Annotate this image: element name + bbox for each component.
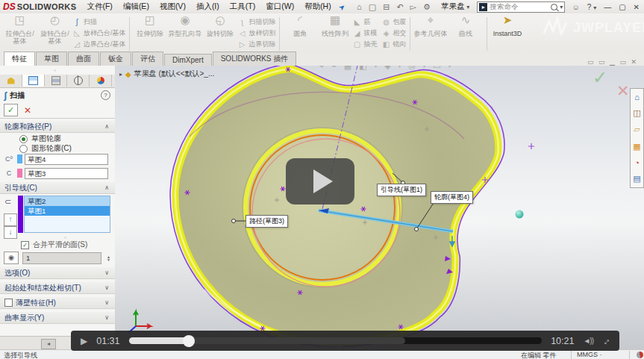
menu-insert[interactable]: 插入(I) [196, 1, 219, 12]
menu-tools[interactable]: 工具(T) [230, 1, 255, 12]
resources-home-icon[interactable]: ⌂ [634, 93, 640, 102]
path-field[interactable]: 草图3 [25, 168, 108, 179]
new-document-icon[interactable]: ▢ [369, 2, 376, 12]
ribbon-boundary-boss[interactable]: ◿边界凸台/基体 [72, 40, 126, 49]
menu-view[interactable]: 视图(V) [160, 1, 186, 12]
home-icon[interactable]: ⌂ [357, 2, 362, 12]
ribbon-extruded-cut[interactable]: ◰拉伸切除 [133, 15, 168, 53]
command-search-box[interactable]: ▸ 搜索命令 ▾ [477, 1, 565, 13]
section-count-field[interactable]: 1 [22, 252, 101, 264]
spinner-arrows[interactable]: ▲▼ [107, 255, 110, 261]
ribbon-mirror[interactable]: ◧镜向 [382, 40, 407, 49]
volume-icon[interactable]: ◄)) [583, 337, 593, 345]
fullscreen-icon[interactable]: ↔ [598, 334, 613, 349]
restore-button[interactable]: ▢ [619, 3, 625, 11]
callout-guide[interactable]: 引导线(草图1) [377, 184, 426, 196]
menu-help[interactable]: 帮助(H) [304, 1, 331, 12]
zoom-area-icon[interactable]: ⌁ [331, 66, 337, 71]
ribbon-swept-cut[interactable]: ʅ扫描切除 [238, 17, 276, 27]
manipulator-ball-icon[interactable] [516, 210, 524, 219]
ribbon-rib[interactable]: ◣筋 [353, 17, 378, 27]
undo-icon[interactable]: ↶ [396, 2, 403, 12]
move-up-button[interactable]: ↑ [4, 213, 17, 226]
seek-bar[interactable] [129, 337, 543, 344]
print-icon[interactable]: ⊟ [383, 2, 390, 12]
group-profile-and-path[interactable]: 轮廓和路径(P)∧ [0, 121, 115, 133]
help-icon[interactable]: ? [101, 90, 110, 100]
minimize-button[interactable]: — [604, 3, 611, 11]
ribbon-lofted-cut[interactable]: ◁放样切割 [238, 28, 276, 38]
options-gear-icon[interactable]: ⚙ [423, 2, 431, 12]
design-library-icon[interactable]: ◫ [633, 108, 640, 118]
tab-surfaces[interactable]: 曲面 [68, 51, 99, 66]
cancel-button[interactable]: ✕ [24, 105, 31, 116]
merge-smooth-faces-checkbox[interactable]: ✓ 合并平滑的面(S) [21, 240, 87, 250]
list-item[interactable]: 草图2 [25, 196, 110, 206]
ribbon-revolved-cut[interactable]: ◵旋转切除 [203, 15, 238, 53]
ribbon-lofted-boss[interactable]: ◺放样凸台/基体 [72, 28, 126, 38]
ribbon-reference-geometry[interactable]: ⌖参考几何体 [413, 15, 448, 53]
ribbon-hole-wizard[interactable]: ◉异型孔向导 [168, 15, 203, 53]
ribbon-intersect[interactable]: ◈相交 [382, 28, 407, 38]
menu-edit[interactable]: 编辑(E) [123, 1, 149, 12]
tab-sketch[interactable]: 草图 [36, 51, 67, 66]
section-view-icon[interactable]: ▦ [344, 66, 351, 71]
flyout-feature-tree[interactable]: ▸ ◆ 苹果盘 (默认<<默认>_... [119, 69, 214, 79]
eye-icon[interactable]: ◉ [4, 252, 19, 264]
menu-window[interactable]: 窗口(W) [266, 1, 294, 12]
tab-feature-manager[interactable] [0, 75, 22, 87]
tab-configuration-manager[interactable] [45, 75, 67, 87]
search-icon[interactable] [551, 4, 557, 10]
radio-circular-profile[interactable]: 圆形轮廓(C) [19, 144, 72, 153]
tab-property-manager[interactable] [22, 75, 45, 87]
group-guide-curves[interactable]: 引导线(C)∧ [0, 182, 115, 194]
list-item[interactable]: 草图1 [25, 206, 110, 216]
group-options[interactable]: 选项(O)∨ [0, 267, 115, 279]
panel-splitter-handle[interactable]: ◦ [54, 67, 56, 74]
close-button[interactable]: ✕ [634, 3, 640, 11]
tab-dimxpert-manager[interactable] [67, 75, 90, 87]
document-window-controls[interactable]: ▭ ▭ ▁ ▭ ✕ [587, 58, 638, 66]
video-play-overlay[interactable] [286, 158, 354, 205]
callout-profile[interactable]: 轮廓(草图4) [431, 191, 473, 204]
ribbon-wrap[interactable]: ◍包覆 [382, 17, 407, 27]
appearances-icon[interactable]: ◔ [634, 158, 640, 167]
ribbon-curves[interactable]: ∿曲线 [448, 15, 484, 53]
group-curvature-display[interactable]: 曲率显示(Y)∨ [0, 312, 115, 324]
checkbox-unchecked-icon[interactable]: ✓ [4, 299, 13, 307]
appearance-icon[interactable]: ◎ [408, 66, 416, 71]
graphics-viewport[interactable]: ▸ ◆ 苹果盘 (默认<<默认>_... ⌖ ⌁ ▦ ◧▾ ◈▾ ◎▾ ▭▾ ✓… [115, 66, 644, 349]
group-thin-feature[interactable]: ✓ 薄壁特征(H)∨ [0, 297, 115, 309]
move-down-button[interactable]: ↓ [4, 226, 17, 239]
radio-sketch-profile[interactable]: 草图轮廓 [19, 134, 61, 143]
pin-menu-icon[interactable]: ➤ [337, 1, 346, 12]
search-caret-icon[interactable]: ▾ [560, 4, 563, 10]
view-palette-icon[interactable]: ▦ [633, 142, 640, 152]
units-selector[interactable]: MMGS · [577, 351, 602, 358]
status-tag-icon[interactable] [637, 352, 643, 358]
group-start-end-tangency[interactable]: 起始处和结束处相切(T)∨ [0, 282, 115, 294]
ok-button[interactable]: ✓ [4, 104, 18, 116]
ribbon-shell[interactable]: ▢抽壳 [353, 40, 378, 49]
help-button[interactable]: ? ▾ [587, 3, 596, 11]
ribbon-extruded-boss[interactable]: ◳拉伸凸台/基体 [2, 15, 37, 53]
ribbon-linear-pattern[interactable]: ▦线性阵列 [318, 15, 353, 53]
zoom-fit-icon[interactable]: ⌖ [319, 66, 324, 71]
play-button[interactable]: ▶ [81, 336, 87, 346]
menu-file[interactable]: 文件(F) [87, 1, 112, 12]
user-icon[interactable]: ☺ [572, 3, 580, 11]
tab-scroll-left-icon[interactable]: ◂ [41, 339, 56, 349]
tab-features[interactable]: 特征 [4, 51, 35, 66]
seek-handle[interactable] [183, 335, 195, 347]
display-style-icon[interactable]: ◈ [384, 66, 390, 71]
callout-path[interactable]: 路径(草图3) [246, 215, 288, 228]
confirmation-cancel-icon[interactable]: ✕ [616, 82, 630, 100]
view-settings-icon[interactable]: ▭ [433, 66, 440, 71]
ribbon-instant3d[interactable]: ➤Instant3D [490, 15, 525, 53]
custom-properties-icon[interactable]: ▤ [633, 174, 640, 184]
tab-sheet-metal[interactable]: 钣金 [100, 51, 131, 66]
ribbon-fillet[interactable]: ◜圆角 [283, 15, 318, 53]
file-explorer-icon[interactable]: ▱ [634, 125, 640, 134]
tab-solidworks-addins[interactable]: SOLIDWORKS 插件 [213, 51, 297, 66]
ribbon-revolved-boss[interactable]: ◴旋转凸台/基体 [37, 15, 72, 53]
